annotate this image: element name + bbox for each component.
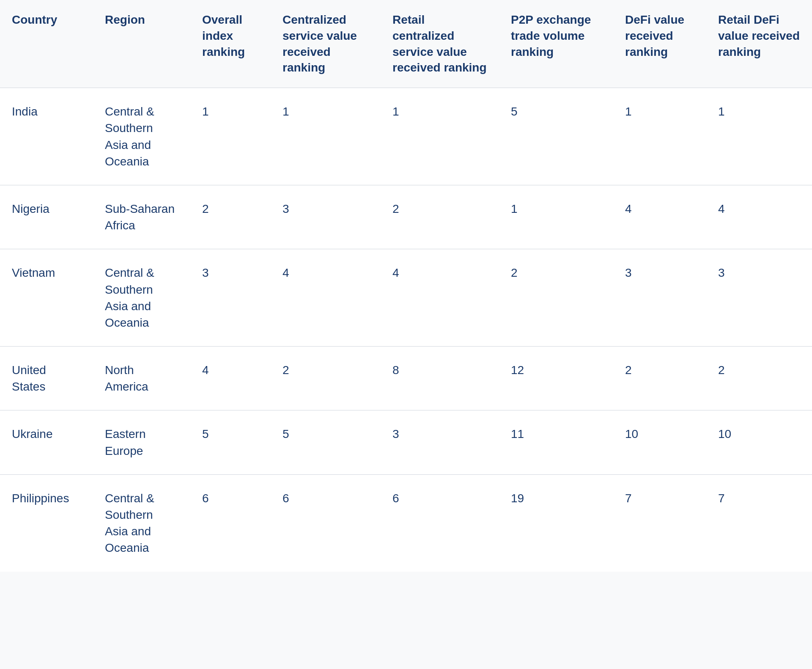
cell-region: Central & Southern Asia and Oceania xyxy=(93,474,190,571)
cell-p2p: 5 xyxy=(499,88,613,185)
table-row: IndiaCentral & Southern Asia and Oceania… xyxy=(0,88,812,185)
cell-overall: 2 xyxy=(190,185,271,249)
table-row: VietnamCentral & Southern Asia and Ocean… xyxy=(0,249,812,347)
cell-region: Central & Southern Asia and Oceania xyxy=(93,249,190,347)
cell-p2p: 12 xyxy=(499,347,613,410)
cell-region: North America xyxy=(93,347,190,410)
cell-region: Eastern Europe xyxy=(93,410,190,474)
cell-country: Nigeria xyxy=(0,185,93,249)
header-overall: Overall index ranking xyxy=(190,0,271,88)
cell-overall: 4 xyxy=(190,347,271,410)
cell-defi: 10 xyxy=(613,410,706,474)
cell-centralized: 4 xyxy=(271,249,381,347)
header-retail-defi: Retail DeFi value received ranking xyxy=(706,0,812,88)
cell-country: United States xyxy=(0,347,93,410)
cell-retail-centralized: 2 xyxy=(381,185,499,249)
cell-retail-centralized: 4 xyxy=(381,249,499,347)
cell-retail-defi: 4 xyxy=(706,185,812,249)
cell-retail-defi: 1 xyxy=(706,88,812,185)
header-centralized: Centralized service value received ranki… xyxy=(271,0,381,88)
cell-centralized: 5 xyxy=(271,410,381,474)
cell-p2p: 11 xyxy=(499,410,613,474)
cell-p2p: 19 xyxy=(499,474,613,571)
cell-retail-centralized: 1 xyxy=(381,88,499,185)
cell-p2p: 2 xyxy=(499,249,613,347)
table-container: Country Region Overall index ranking Cen… xyxy=(0,0,812,572)
table-row: United StatesNorth America4281222 xyxy=(0,347,812,410)
table-row: UkraineEastern Europe553111010 xyxy=(0,410,812,474)
cell-overall: 3 xyxy=(190,249,271,347)
cell-centralized: 1 xyxy=(271,88,381,185)
cell-retail-centralized: 6 xyxy=(381,474,499,571)
cell-retail-defi: 7 xyxy=(706,474,812,571)
header-country: Country xyxy=(0,0,93,88)
cell-overall: 1 xyxy=(190,88,271,185)
cell-country: Vietnam xyxy=(0,249,93,347)
cell-country: Ukraine xyxy=(0,410,93,474)
cell-defi: 2 xyxy=(613,347,706,410)
table-header-row: Country Region Overall index ranking Cen… xyxy=(0,0,812,88)
rankings-table: Country Region Overall index ranking Cen… xyxy=(0,0,812,572)
cell-centralized: 2 xyxy=(271,347,381,410)
cell-defi: 3 xyxy=(613,249,706,347)
cell-overall: 5 xyxy=(190,410,271,474)
header-retail-centralized: Retail centralized service value receive… xyxy=(381,0,499,88)
cell-overall: 6 xyxy=(190,474,271,571)
cell-retail-defi: 3 xyxy=(706,249,812,347)
table-row: NigeriaSub-Saharan Africa232144 xyxy=(0,185,812,249)
cell-retail-centralized: 3 xyxy=(381,410,499,474)
cell-p2p: 1 xyxy=(499,185,613,249)
cell-defi: 1 xyxy=(613,88,706,185)
cell-country: Philippines xyxy=(0,474,93,571)
cell-region: Sub-Saharan Africa xyxy=(93,185,190,249)
table-row: PhilippinesCentral & Southern Asia and O… xyxy=(0,474,812,571)
header-region: Region xyxy=(93,0,190,88)
cell-defi: 7 xyxy=(613,474,706,571)
cell-country: India xyxy=(0,88,93,185)
cell-centralized: 6 xyxy=(271,474,381,571)
header-defi: DeFi value received ranking xyxy=(613,0,706,88)
cell-retail-centralized: 8 xyxy=(381,347,499,410)
header-p2p: P2P exchange trade volume ranking xyxy=(499,0,613,88)
cell-defi: 4 xyxy=(613,185,706,249)
cell-region: Central & Southern Asia and Oceania xyxy=(93,88,190,185)
cell-retail-defi: 2 xyxy=(706,347,812,410)
cell-retail-defi: 10 xyxy=(706,410,812,474)
cell-centralized: 3 xyxy=(271,185,381,249)
